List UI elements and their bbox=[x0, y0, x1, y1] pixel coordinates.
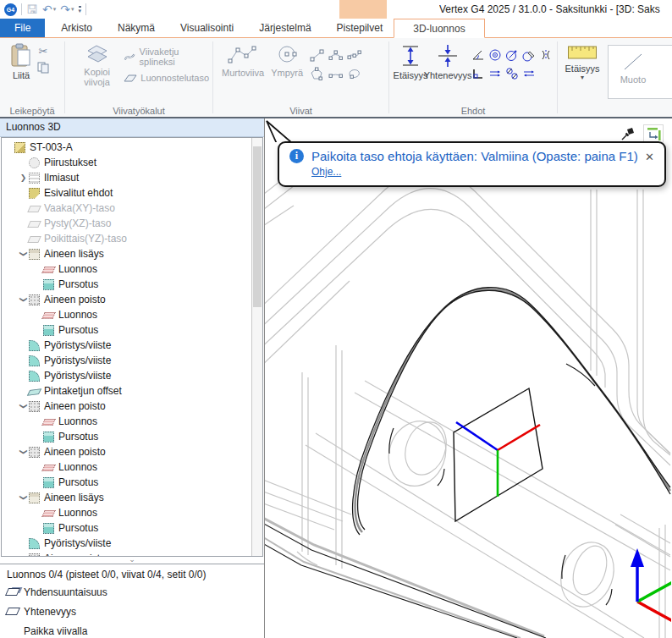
polyline-icon bbox=[227, 43, 259, 66]
distance-label: Etäisyys bbox=[394, 70, 428, 80]
expander-icon[interactable]: ❯ bbox=[19, 294, 28, 305]
tree-scrollbar[interactable] bbox=[251, 138, 262, 556]
concentric-constraint-icon[interactable] bbox=[487, 47, 503, 63]
diameter-constraint-icon[interactable] bbox=[504, 47, 520, 63]
line-tool-icon[interactable] bbox=[308, 47, 325, 63]
tree-item[interactable]: Pyöristys/viiste bbox=[2, 536, 251, 551]
tree-item[interactable]: Luonnos bbox=[2, 459, 251, 475]
copy-button[interactable] bbox=[37, 62, 49, 74]
info-icon: i bbox=[289, 149, 304, 163]
angle-constraint-icon[interactable] bbox=[471, 47, 486, 63]
opposite-arrows-constraint-icon[interactable] bbox=[521, 65, 537, 82]
measure-distance-button[interactable]: Etäisyys ▾ bbox=[563, 41, 602, 83]
tree-item[interactable]: Pursotus bbox=[2, 277, 251, 292]
coincidence-icon bbox=[435, 43, 460, 69]
tree-item[interactable]: Pursotus bbox=[2, 429, 251, 444]
polyline-button[interactable]: Murtoviiva bbox=[218, 41, 267, 80]
plane-axis-x bbox=[498, 425, 540, 450]
customize-toolbar-icon[interactable]: ▾ bbox=[79, 6, 82, 14]
tree-item[interactable]: Pyöristys/viiste bbox=[2, 353, 251, 368]
partial-button[interactable]: Oh bbox=[658, 46, 672, 98]
tab-n-kym-[interactable]: Näkymä bbox=[108, 19, 164, 37]
polygon-tool-icon[interactable] bbox=[308, 65, 325, 82]
tree-item[interactable]: Pintaketjun offset bbox=[2, 383, 251, 399]
app-logo-icon[interactable]: G4 bbox=[4, 3, 17, 16]
tree-item[interactable]: Pysty(XZ)-taso bbox=[2, 216, 251, 231]
pin-button[interactable] bbox=[618, 124, 638, 143]
3d-viewport[interactable]: i Paikoita taso ehtoja käyttäen: Valmiin… bbox=[265, 118, 672, 638]
expander-icon[interactable]: ❯ bbox=[19, 553, 28, 557]
parallel-constraint-icon[interactable] bbox=[487, 65, 503, 82]
tab-arkisto[interactable]: Arkisto bbox=[52, 19, 102, 37]
spline-tool-icon[interactable] bbox=[345, 47, 362, 63]
expander-icon[interactable]: ❯ bbox=[19, 492, 28, 503]
copy-lines-button[interactable]: Kopioi viivoja bbox=[70, 41, 124, 89]
tree-item[interactable]: Pursotus bbox=[2, 322, 251, 338]
expander-icon[interactable]: ❯ bbox=[18, 173, 29, 182]
reposition-view-button[interactable] bbox=[643, 124, 664, 143]
undo-caret-icon[interactable]: ▾ bbox=[53, 3, 57, 15]
sketch-plane-button[interactable]: Luonnostelutaso bbox=[124, 69, 209, 86]
constraint-row-coincidence[interactable]: Yhtenevyys bbox=[7, 602, 257, 621]
tree-item[interactable]: ❯Aineen poisto bbox=[2, 444, 251, 459]
tree-scrollbar-thumb[interactable] bbox=[253, 146, 262, 307]
tree-item[interactable]: ❯Aineen poisto bbox=[2, 551, 251, 556]
wireframe-canvas[interactable] bbox=[265, 118, 671, 638]
chain-to-spline-button[interactable]: Viivaketju splineksi bbox=[124, 48, 209, 65]
tree-item[interactable]: ❯Ilmiasut bbox=[2, 170, 251, 185]
tree-item[interactable]: Piirustukset bbox=[2, 155, 251, 170]
paste-button[interactable]: Liitä bbox=[5, 41, 37, 82]
tree-item[interactable]: Pyöristys/viiste bbox=[2, 338, 251, 353]
tree-item[interactable]: ❯Aineen lisäys bbox=[2, 246, 251, 261]
undo-icon[interactable]: ↶▾ bbox=[42, 3, 56, 15]
tree-item-label: Pursotus bbox=[58, 522, 98, 534]
coincidence-constraint-button[interactable]: Yhtenevyys bbox=[427, 41, 469, 82]
tree-item[interactable]: Luonnos bbox=[2, 414, 251, 429]
titlebar: G4 🖫 ↶▾ ↷▾ ▾ Vertex G4 2025 / 31.0.0 - S… bbox=[0, 0, 672, 19]
tree-item[interactable]: Poikittais(YZ)-taso bbox=[2, 231, 251, 246]
measure-caret-icon[interactable]: ▾ bbox=[581, 74, 584, 81]
tooltip-close-icon[interactable]: ✕ bbox=[645, 151, 654, 163]
expander-icon[interactable]: ❯ bbox=[19, 401, 28, 412]
sketch-plane[interactable] bbox=[454, 388, 543, 521]
tab-visualisointi[interactable]: Visualisointi bbox=[171, 19, 243, 37]
tree-item[interactable]: Luonnos bbox=[2, 261, 251, 277]
perpendicular-constraint-icon[interactable] bbox=[471, 65, 486, 82]
equal-constraint-icon[interactable] bbox=[504, 65, 520, 82]
constraint-row-parallel[interactable]: Yhdensuuntaisuus bbox=[7, 582, 257, 602]
tree-item[interactable]: ❯Aineen poisto bbox=[2, 292, 251, 307]
symmetry-constraint-icon[interactable] bbox=[538, 47, 554, 63]
closed-curve-tool-icon[interactable] bbox=[345, 65, 362, 82]
panel-splitter[interactable]: ⌄ bbox=[0, 557, 264, 564]
sketch-plane-icon bbox=[124, 73, 137, 83]
tree-item[interactable]: Esivalitut ehdot bbox=[2, 185, 251, 201]
distance-constraint-button[interactable]: Etäisyys bbox=[394, 41, 427, 82]
tree-item[interactable]: ❯Aineen poisto bbox=[2, 399, 251, 414]
tree-item[interactable]: Vaaka(XY)-taso bbox=[2, 201, 251, 216]
sketch-icon bbox=[41, 419, 56, 426]
tangent-constraint-icon[interactable] bbox=[521, 47, 537, 63]
redo-caret-icon[interactable]: ▾ bbox=[71, 3, 74, 15]
tree-item[interactable]: Luonnos bbox=[2, 505, 251, 520]
redo-icon[interactable]: ↷▾ bbox=[60, 3, 74, 15]
tree-item[interactable]: ST-003-A bbox=[2, 140, 251, 155]
tab-file[interactable]: File bbox=[0, 19, 45, 37]
expander-icon[interactable]: ❯ bbox=[19, 447, 28, 458]
save-icon[interactable]: 🖫 bbox=[26, 3, 38, 15]
cut-button[interactable]: ✂ bbox=[37, 45, 49, 58]
arc-tool-icon[interactable] bbox=[327, 47, 344, 63]
shape-button[interactable]: Muoto bbox=[609, 46, 658, 98]
circle-button[interactable]: Ympyrä bbox=[267, 41, 306, 80]
tree-item[interactable]: Pursotus bbox=[2, 520, 251, 536]
tab-pistepilvet[interactable]: Pistepilvet bbox=[328, 19, 393, 37]
tree-item[interactable]: Pursotus bbox=[2, 475, 251, 490]
constraint-row-on-line[interactable]: Paikka viivalla bbox=[7, 621, 257, 638]
help-link[interactable]: Ohje... bbox=[311, 166, 341, 178]
tab-j-rjestelm-[interactable]: Järjestelmä bbox=[250, 19, 320, 37]
tree-item[interactable]: Luonnos bbox=[2, 307, 251, 322]
tree-item[interactable]: ❯Aineen lisäys bbox=[2, 490, 251, 505]
tab-3d-luonnos[interactable]: 3D-luonnos bbox=[394, 19, 484, 38]
arc2-tool-icon[interactable] bbox=[327, 65, 344, 82]
expander-icon[interactable]: ❯ bbox=[19, 249, 28, 260]
tree-item[interactable]: Pyöristys/viiste bbox=[2, 368, 251, 383]
